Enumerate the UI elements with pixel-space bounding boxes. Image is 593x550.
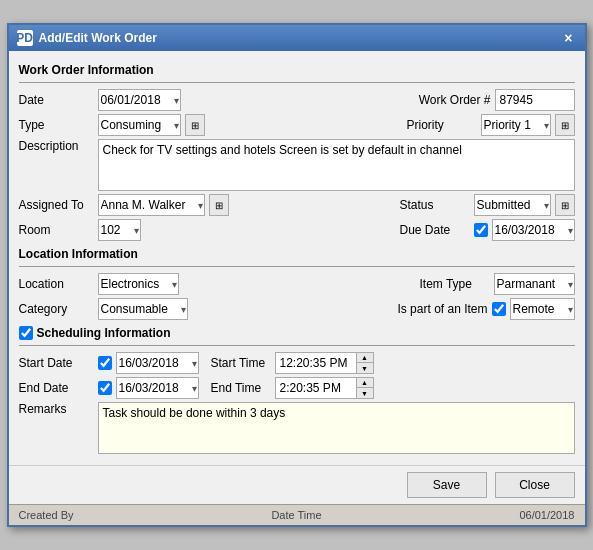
room-select-wrapper: 102 ▾ (98, 219, 141, 241)
created-by-label: Created By (19, 509, 74, 521)
dialog-container: PD Add/Edit Work Order × Work Order Info… (7, 23, 587, 527)
is-part-right: Is part of an Item Remote ▾ (397, 298, 574, 320)
due-date-select[interactable]: 16/03/2018 (492, 219, 575, 241)
scheduling-section-header: Scheduling Information (19, 326, 575, 340)
location-select[interactable]: Electronics (98, 273, 179, 295)
due-date-label: Due Date (400, 223, 470, 237)
category-select[interactable]: Consumable (98, 298, 188, 320)
type-select[interactable]: Consuming (98, 114, 181, 136)
end-date-select[interactable]: 16/03/2018 (116, 377, 199, 399)
start-date-select[interactable]: 16/03/2018 (116, 352, 199, 374)
status-label: Status (400, 198, 470, 212)
assigned-select-wrapper: Anna M. Walker ▾ (98, 194, 205, 216)
priority-label: Priority (407, 118, 477, 132)
end-time-spinner: ▲ ▼ (275, 377, 374, 399)
item-type-select-wrapper: Parmanant ▾ (494, 273, 575, 295)
save-button[interactable]: Save (407, 472, 487, 498)
priority-select[interactable]: Priority 1 (481, 114, 551, 136)
category-ispart-row: Category Consumable ▾ Is part of an Item… (19, 298, 575, 320)
status-select[interactable]: Submitted (474, 194, 551, 216)
category-label: Category (19, 302, 94, 316)
room-duedate-row: Room 102 ▾ Due Date 16/03/2018 ▾ (19, 219, 575, 241)
title-bar-left: PD Add/Edit Work Order (17, 30, 157, 46)
title-bar: PD Add/Edit Work Order × (9, 25, 585, 51)
end-date-checkbox[interactable] (98, 381, 112, 395)
location-itemtype-row: Location Electronics ▾ Item Type Parmana… (19, 273, 575, 295)
description-row: Description Check for TV settings and ho… (19, 139, 575, 191)
location-select-wrapper: Electronics ▾ (98, 273, 179, 295)
type-grid-button[interactable]: ⊞ (185, 114, 205, 136)
end-date-select-wrapper: 16/03/2018 ▾ (116, 377, 199, 399)
dialog-title: Add/Edit Work Order (39, 31, 157, 45)
scheduling-label: Scheduling Information (37, 326, 171, 340)
start-time-up-button[interactable]: ▲ (357, 353, 373, 363)
start-time-spinner: ▲ ▼ (275, 352, 374, 374)
start-time-label: Start Time (211, 356, 271, 370)
is-part-checkbox[interactable] (492, 302, 506, 316)
priority-grid-button[interactable]: ⊞ (555, 114, 575, 136)
end-time-label: End Time (211, 381, 271, 395)
close-button[interactable]: Close (495, 472, 575, 498)
end-time-input[interactable] (276, 378, 356, 398)
location-section-header: Location Information (19, 247, 575, 261)
status-grid-button[interactable]: ⊞ (555, 194, 575, 216)
status-right: Status Submitted ▾ ⊞ (400, 194, 575, 216)
room-label: Room (19, 223, 94, 237)
start-time-down-button[interactable]: ▼ (357, 363, 373, 373)
start-date-checkbox[interactable] (98, 356, 112, 370)
startdate-starttime-row: Start Date 16/03/2018 ▾ Start Time ▲ ▼ (19, 352, 575, 374)
category-select-wrapper: Consumable ▾ (98, 298, 188, 320)
scheduling-checkbox[interactable] (19, 326, 33, 340)
assigned-status-row: Assigned To Anna M. Walker ▾ ⊞ Status Su… (19, 194, 575, 216)
item-type-select[interactable]: Parmanant (494, 273, 575, 295)
type-priority-row: Type Consuming ▾ ⊞ Priority Priority 1 ▾… (19, 114, 575, 136)
room-select[interactable]: 102 (98, 219, 141, 241)
start-date-select-wrapper: 16/03/2018 ▾ (116, 352, 199, 374)
date-time-value: 06/01/2018 (519, 509, 574, 521)
date-time-label: Date Time (271, 509, 321, 521)
priority-right: Priority Priority 1 ▾ ⊞ (407, 114, 575, 136)
status-select-wrapper: Submitted ▾ (474, 194, 551, 216)
end-date-label: End Date (19, 381, 94, 395)
is-part-label: Is part of an Item (397, 302, 487, 316)
work-order-section-header: Work Order Information (19, 63, 575, 77)
assigned-to-label: Assigned To (19, 198, 94, 212)
date-workorder-row: Date 06/01/2018 ▾ Work Order # (19, 89, 575, 111)
assigned-grid-button[interactable]: ⊞ (209, 194, 229, 216)
enddate-endtime-row: End Date 16/03/2018 ▾ End Time ▲ ▼ (19, 377, 575, 399)
date-select[interactable]: 06/01/2018 (98, 89, 181, 111)
end-time-spin-buttons: ▲ ▼ (356, 378, 373, 398)
button-row: Save Close (9, 465, 585, 504)
item-type-label: Item Type (420, 277, 490, 291)
workorder-right: Work Order # (419, 89, 575, 111)
remarks-textarea[interactable]: Task should be done within 3 days (98, 402, 575, 454)
start-date-label: Start Date (19, 356, 94, 370)
start-time-input[interactable] (276, 353, 356, 373)
is-part-select[interactable]: Remote (510, 298, 575, 320)
close-title-button[interactable]: × (560, 30, 576, 46)
date-label: Date (19, 93, 94, 107)
priority-select-wrapper: Priority 1 ▾ (481, 114, 551, 136)
start-time-spin-buttons: ▲ ▼ (356, 353, 373, 373)
location-label: Location (19, 277, 94, 291)
type-label: Type (19, 118, 94, 132)
end-time-up-button[interactable]: ▲ (357, 378, 373, 388)
dialog-body: Work Order Information Date 06/01/2018 ▾… (9, 51, 585, 465)
due-date-select-wrapper: 16/03/2018 ▾ (492, 219, 575, 241)
description-label: Description (19, 139, 94, 153)
workorder-label: Work Order # (419, 93, 491, 107)
workorder-input[interactable] (495, 89, 575, 111)
end-time-down-button[interactable]: ▼ (357, 388, 373, 398)
is-part-select-wrapper: Remote ▾ (510, 298, 575, 320)
date-select-wrapper: 06/01/2018 ▾ (98, 89, 181, 111)
description-textarea[interactable]: Check for TV settings and hotels Screen … (98, 139, 575, 191)
duedate-right: Due Date 16/03/2018 ▾ (400, 219, 575, 241)
due-date-checkbox[interactable] (474, 223, 488, 237)
item-type-right: Item Type Parmanant ▾ (420, 273, 575, 295)
dialog-icon: PD (17, 30, 33, 46)
type-select-wrapper: Consuming ▾ (98, 114, 181, 136)
remarks-row: Remarks Task should be done within 3 day… (19, 402, 575, 454)
assigned-select[interactable]: Anna M. Walker (98, 194, 205, 216)
footer-bar: Created By Date Time 06/01/2018 (9, 504, 585, 525)
remarks-label: Remarks (19, 402, 94, 416)
